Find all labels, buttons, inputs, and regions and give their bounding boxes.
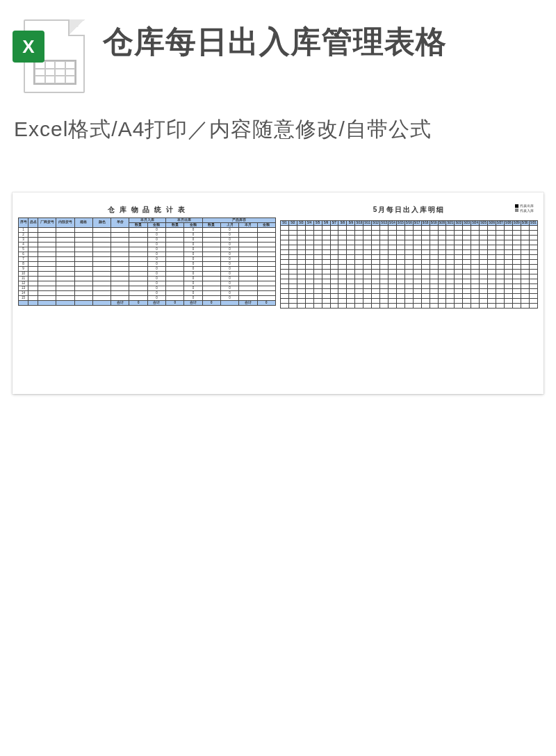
date-header: 5/7 — [330, 221, 338, 226]
table-row — [281, 270, 538, 274]
date-header: 5/6 — [322, 221, 330, 226]
left-col-header: 颜色 — [92, 218, 111, 228]
date-header: 5/19 — [430, 221, 438, 226]
legend-swatch-out — [515, 204, 518, 208]
left-sub-header: 数量 — [166, 223, 184, 228]
left-col-header: 本月出库 — [166, 218, 203, 223]
left-sub-header: 金额 — [184, 223, 202, 228]
table-row — [281, 289, 538, 294]
table-row: 3000 — [19, 238, 276, 243]
left-col-header: 厂商货号 — [38, 218, 56, 228]
left-table-head: 序号品名厂商货号内部货号规格颜色单价本月入库本月出库产品库存数量金额数量金额数量… — [19, 218, 276, 228]
date-header: 5/16 — [404, 221, 413, 226]
document-subtitle: Excel格式/A4打印／内容随意修改/自带公式 — [0, 103, 556, 144]
date-header: 5/12 — [372, 221, 380, 226]
legend-in-label: 代表入库 — [520, 208, 534, 213]
table-row: 14000 — [19, 291, 276, 296]
table-row: 10000 — [19, 272, 276, 277]
date-header: 5/4 — [305, 221, 313, 226]
table-row: 7000 — [19, 257, 276, 262]
left-sub-header: 金额 — [257, 223, 275, 228]
date-header: 5/3 — [297, 221, 305, 226]
table-row: 13000 — [19, 286, 276, 291]
date-header: 5/18 — [421, 221, 430, 226]
table-row: 1000 — [19, 228, 276, 233]
date-header: 5/30 — [521, 221, 529, 226]
date-header: 5/21 — [446, 221, 455, 226]
date-header: 5/2 — [288, 221, 297, 226]
sheet-left-title: 仓 库 物 品 统 计 表 — [108, 205, 186, 215]
left-table-body: 1000200030004000500060007000800090001000… — [19, 228, 276, 306]
table-row — [281, 284, 538, 289]
date-header: 5/24 — [471, 221, 480, 226]
date-header: 5/27 — [496, 221, 504, 226]
table-row — [281, 226, 538, 231]
left-table: 序号品名厂商货号内部货号规格颜色单价本月入库本月出库产品库存数量金额数量金额数量… — [18, 217, 276, 306]
date-header: 5/14 — [388, 221, 396, 226]
date-header: 5/13 — [380, 221, 389, 226]
table-row — [281, 231, 538, 236]
table-row: 2000 — [19, 233, 276, 238]
table-row: 6000 — [19, 252, 276, 257]
table-row: 12000 — [19, 281, 276, 286]
table-row — [281, 250, 538, 255]
date-header: 5/8 — [338, 221, 347, 226]
date-header: 5/5 — [313, 221, 322, 226]
document-title: 仓库每日出入库管理表格 — [103, 19, 447, 60]
date-header: 5/26 — [488, 221, 496, 226]
table-row: 15000 — [19, 296, 276, 301]
table-row — [281, 299, 538, 304]
table-row — [281, 274, 538, 279]
sheet-right-title: 5月每日出入库明细 — [373, 205, 445, 215]
table-row — [281, 255, 538, 260]
left-col-header: 单价 — [111, 218, 129, 228]
left-col-header: 产品库存 — [202, 218, 275, 223]
table-row: 8000 — [19, 262, 276, 267]
sheet-left: 仓 库 物 品 统 计 表 序号品名厂商货号内部货号规格颜色单价本月入库本月出库… — [18, 205, 276, 306]
legend: 代表出库 代表入库 — [515, 204, 534, 213]
date-header: 5/28 — [504, 221, 512, 226]
left-col-header: 规格 — [74, 218, 92, 228]
date-header: 5/11 — [363, 221, 372, 226]
template-preview: 仓 库 物 品 统 计 表 序号品名厂商货号内部货号规格颜色单价本月入库本月出库… — [13, 192, 543, 394]
table-row: 5000 — [19, 247, 276, 252]
date-header: 5/31 — [529, 221, 537, 226]
date-header: 5/9 — [347, 221, 355, 226]
date-header: 5/23 — [463, 221, 471, 226]
table-row — [281, 236, 538, 240]
left-sub-header: 数量 — [202, 223, 220, 228]
date-header: 5/22 — [455, 221, 463, 226]
left-col-header: 本月入库 — [129, 218, 166, 223]
left-sub-header: 金额 — [147, 223, 165, 228]
left-col-header: 内部货号 — [56, 218, 74, 228]
date-header: 5/20 — [438, 221, 446, 226]
legend-swatch-in — [515, 208, 518, 212]
table-row — [281, 304, 538, 309]
date-header: 5/17 — [413, 221, 421, 226]
table-row — [281, 294, 538, 299]
left-sub-header: 数量 — [129, 223, 147, 228]
page-header: X 仓库每日出入库管理表格 — [0, 0, 556, 103]
date-header: 5/25 — [480, 221, 488, 226]
left-sub-header: 上月 — [220, 223, 238, 228]
table-row: 11000 — [19, 277, 276, 281]
left-sub-header: 本月 — [239, 223, 257, 228]
table-row: 4000 — [19, 243, 276, 247]
date-header: 5/15 — [396, 221, 404, 226]
totals-row: 合计0合计0合计0合计0 — [19, 301, 276, 306]
date-header: 5/1 — [281, 221, 289, 226]
table-row — [281, 245, 538, 250]
table-row — [281, 279, 538, 284]
table-row — [281, 265, 538, 270]
right-table-body — [281, 226, 538, 309]
sheet-right: 5月每日出入库明细 代表出库 代表入库 5/15/25/35/45/55/65/… — [280, 205, 538, 309]
left-col-header: 序号 — [19, 218, 28, 228]
right-table: 5/15/25/35/45/55/65/75/85/95/105/115/125… — [280, 220, 538, 309]
date-header: 5/10 — [355, 221, 363, 226]
right-table-head: 5/15/25/35/45/55/65/75/85/95/105/115/125… — [281, 221, 538, 226]
table-row — [281, 260, 538, 265]
excel-badge: X — [13, 31, 44, 63]
date-header: 5/29 — [512, 221, 521, 226]
table-row: 9000 — [19, 267, 276, 272]
excel-file-icon: X — [14, 19, 90, 96]
